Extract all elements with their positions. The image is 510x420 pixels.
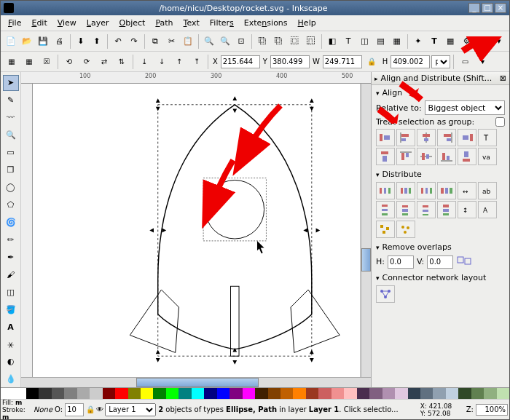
dist-text-h-icon[interactable]: ↔ bbox=[458, 182, 476, 199]
zoom-page-icon[interactable]: ⊡ bbox=[234, 33, 248, 49]
align-bottom-out-icon[interactable] bbox=[458, 148, 476, 165]
group-icon[interactable]: ⿴ bbox=[288, 33, 302, 49]
swatch[interactable] bbox=[395, 388, 407, 399]
dist-baseline-v-icon[interactable]: A bbox=[478, 201, 497, 218]
swatch[interactable] bbox=[13, 388, 26, 399]
lower-icon[interactable]: ↓ bbox=[154, 54, 170, 70]
swatch[interactable] bbox=[484, 388, 496, 399]
dist-gap-v-icon[interactable] bbox=[437, 201, 456, 218]
export-icon[interactable]: ⬆ bbox=[90, 33, 104, 49]
scrollbar-vertical[interactable] bbox=[361, 84, 371, 377]
menu-view[interactable]: View bbox=[53, 17, 81, 29]
more-tool-icon[interactable]: ▾ bbox=[474, 54, 490, 70]
swatch[interactable] bbox=[192, 388, 204, 399]
align-text-icon[interactable]: T bbox=[478, 129, 497, 146]
menu-help[interactable]: Help bbox=[294, 17, 321, 29]
more-icon[interactable]: ▾ bbox=[492, 33, 506, 49]
swatch[interactable] bbox=[268, 388, 280, 399]
deselect-icon[interactable]: ☒ bbox=[39, 54, 55, 70]
dist-baseline-h-icon[interactable]: ab bbox=[478, 182, 497, 199]
align-top-out-icon[interactable] bbox=[376, 148, 395, 165]
unlink-icon[interactable]: ⿻ bbox=[271, 33, 286, 49]
swatch[interactable] bbox=[90, 388, 102, 399]
calligraphy-tool[interactable]: 🖌 bbox=[3, 266, 19, 282]
swatch[interactable] bbox=[332, 388, 344, 399]
ungroup-icon[interactable]: ⿵ bbox=[304, 33, 318, 49]
open-icon[interactable]: 📂 bbox=[20, 33, 34, 49]
swatch[interactable] bbox=[306, 388, 318, 399]
connector-layout-icon[interactable] bbox=[376, 285, 395, 303]
rect-tool[interactable]: ▭ bbox=[3, 145, 19, 161]
xml-icon[interactable]: ◫ bbox=[357, 33, 372, 49]
zoom-select-icon[interactable]: 🔍 bbox=[202, 33, 216, 49]
bezier-tool[interactable]: ✒ bbox=[3, 249, 19, 265]
remove-overlaps-button[interactable] bbox=[456, 255, 478, 269]
raise-top-icon[interactable]: ⤒ bbox=[189, 54, 205, 70]
swatch[interactable] bbox=[293, 388, 305, 399]
menu-file[interactable]: File bbox=[4, 17, 26, 29]
swatch[interactable] bbox=[471, 388, 484, 399]
swatch[interactable] bbox=[166, 388, 178, 399]
gradient-tool[interactable]: ◐ bbox=[3, 354, 19, 370]
w-input[interactable] bbox=[323, 55, 362, 68]
layer-lock-icon[interactable]: 🔒 bbox=[86, 405, 95, 413]
layer-visible-icon[interactable]: 👁 bbox=[96, 405, 103, 413]
tweak-tool[interactable]: 〰 bbox=[3, 110, 19, 126]
unclump-icon[interactable] bbox=[396, 221, 415, 238]
swatch[interactable] bbox=[433, 388, 445, 399]
unit-select[interactable]: px bbox=[431, 55, 450, 68]
flip-h-icon[interactable]: ⇄ bbox=[96, 54, 112, 70]
swatch[interactable] bbox=[26, 388, 39, 399]
swatch[interactable] bbox=[230, 388, 242, 399]
swatch[interactable] bbox=[128, 388, 141, 399]
maximize-button[interactable]: □ bbox=[482, 3, 493, 13]
swatch[interactable] bbox=[446, 388, 458, 399]
menu-layer[interactable]: Layer bbox=[82, 17, 114, 29]
star-tool[interactable]: ⬠ bbox=[3, 197, 19, 213]
swatch[interactable] bbox=[52, 388, 64, 399]
ellipse-tool[interactable]: ◯ bbox=[3, 180, 19, 196]
panel-collapse-icon[interactable]: ▸ bbox=[374, 75, 378, 82]
align-center-v-icon[interactable] bbox=[417, 148, 436, 165]
treat-group-checkbox[interactable] bbox=[495, 117, 505, 127]
dist-left-icon[interactable] bbox=[376, 182, 395, 199]
color-palette[interactable] bbox=[1, 387, 509, 399]
affect-stroke-icon[interactable]: ▭ bbox=[457, 54, 473, 70]
swatch[interactable] bbox=[280, 388, 293, 399]
print-icon[interactable]: 🖨 bbox=[52, 33, 67, 49]
align-center-h-icon[interactable] bbox=[417, 129, 436, 146]
layers-icon[interactable]: ▤ bbox=[373, 33, 388, 49]
menu-filters[interactable]: Filters bbox=[205, 17, 238, 29]
swatch[interactable] bbox=[497, 388, 509, 399]
lock-icon[interactable]: 🔒 bbox=[364, 54, 380, 70]
swatch[interactable] bbox=[318, 388, 331, 399]
dist-center-h-icon[interactable] bbox=[396, 182, 415, 199]
text-dialog-icon[interactable]: T bbox=[341, 33, 356, 49]
h-input[interactable] bbox=[391, 55, 430, 68]
menu-extensions[interactable]: Extensions bbox=[240, 17, 292, 29]
swatch[interactable] bbox=[255, 388, 267, 399]
flip-v-icon[interactable]: ⇅ bbox=[114, 54, 130, 70]
save-icon[interactable]: 💾 bbox=[36, 33, 50, 49]
transform-icon[interactable]: ✦ bbox=[411, 33, 425, 49]
clone-icon[interactable]: ⿻ bbox=[255, 33, 270, 49]
swatch[interactable] bbox=[243, 388, 255, 399]
swatch[interactable] bbox=[420, 388, 433, 399]
eraser-tool[interactable]: ◫ bbox=[3, 284, 19, 300]
scrollbar-horizontal[interactable] bbox=[21, 377, 371, 387]
swatch[interactable] bbox=[141, 388, 153, 399]
pencil-tool[interactable]: ✏ bbox=[3, 231, 19, 247]
swatch[interactable] bbox=[115, 388, 128, 399]
bucket-tool[interactable]: 🪣 bbox=[3, 301, 19, 317]
canvas[interactable] bbox=[33, 84, 361, 377]
zoom-draw-icon[interactable]: 🔍 bbox=[218, 33, 232, 49]
swatch[interactable] bbox=[408, 388, 420, 399]
swatch[interactable] bbox=[153, 388, 165, 399]
align-dialog-icon[interactable]: ▦ bbox=[390, 33, 404, 49]
redo-icon[interactable]: ↷ bbox=[127, 33, 141, 49]
select-layer-icon[interactable]: ▦ bbox=[21, 54, 37, 70]
overlap-h-input[interactable] bbox=[388, 255, 414, 269]
select-all-icon[interactable]: ▦ bbox=[4, 54, 20, 70]
spiral-tool[interactable]: 🌀 bbox=[3, 215, 19, 231]
dist-right-icon[interactable] bbox=[417, 182, 436, 199]
